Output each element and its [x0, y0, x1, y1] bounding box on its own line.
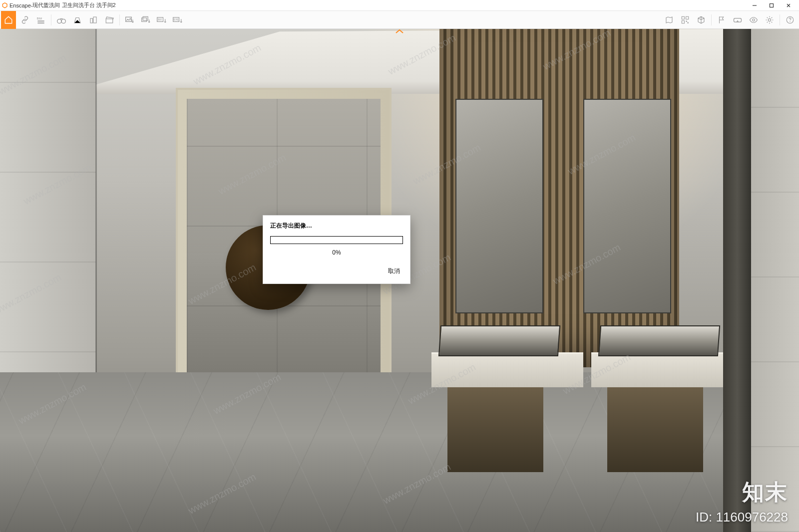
- svg-text:BIM: BIM: [37, 17, 42, 20]
- svg-rect-5: [93, 17, 96, 23]
- toolbar-cube-button[interactable]: [694, 12, 709, 27]
- toolbar-binoculars-button[interactable]: [54, 12, 69, 27]
- toolbar-separator: [119, 14, 120, 25]
- toolbar-help-button[interactable]: [783, 12, 798, 27]
- toolbar-assets-button[interactable]: [86, 12, 101, 27]
- toolbar-video-button[interactable]: [102, 12, 117, 27]
- svg-rect-18: [688, 22, 689, 23]
- toolbar-separator: [51, 14, 51, 25]
- svg-rect-9: [143, 16, 148, 20]
- map-icon: [665, 15, 674, 24]
- svg-point-2: [57, 19, 61, 23]
- export-exe-icon: EXE: [172, 15, 183, 24]
- toolbar-home-button[interactable]: [1, 11, 16, 29]
- expand-toolbar-icon[interactable]: [395, 29, 404, 34]
- app-name: Enscape: [9, 2, 31, 8]
- cancel-button[interactable]: 取消: [385, 265, 403, 277]
- maximize-icon: [769, 3, 774, 8]
- svg-rect-19: [734, 18, 742, 22]
- scene-wash-basin: [438, 325, 560, 356]
- scene-wash-basin: [598, 325, 720, 356]
- toolbar-views-button[interactable]: [714, 12, 729, 27]
- export-image-icon: [125, 15, 135, 24]
- toolbar-separator: [780, 14, 780, 25]
- svg-rect-17: [686, 20, 687, 21]
- svg-rect-16: [682, 20, 684, 23]
- dialog-percent-text: 0%: [263, 244, 410, 261]
- watermark-id: ID: 1160976228: [696, 510, 788, 525]
- scene-mirror: [455, 99, 543, 313]
- qr-icon: [681, 15, 690, 24]
- binoculars-icon: [56, 15, 66, 24]
- watermark-brand: 知末: [742, 478, 788, 507]
- dialog-progress-bar: [270, 236, 403, 244]
- scene-ceiling: [0, 29, 799, 94]
- toolbar-settings-button[interactable]: [762, 12, 777, 27]
- scene-wall-right: [751, 29, 799, 532]
- svg-point-21: [768, 18, 771, 21]
- clapper-icon: [105, 15, 114, 24]
- scene-countertop: [591, 352, 727, 387]
- cube-icon: [697, 15, 706, 24]
- svg-point-3: [61, 19, 65, 23]
- buildings-icon: [89, 15, 98, 24]
- toolbar-perspective-button[interactable]: [70, 12, 85, 27]
- app-logo-icon: ⬡: [2, 2, 7, 8]
- dialog-actions: 取消: [263, 261, 410, 283]
- svg-point-23: [790, 21, 791, 22]
- toolbar-bim-button[interactable]: BIM: [33, 12, 48, 27]
- export-pano-icon: 360: [156, 15, 167, 24]
- svg-rect-14: [682, 16, 684, 19]
- main-toolbar: BIM 360 EXE: [0, 11, 799, 29]
- scene-countertop: [431, 352, 583, 387]
- svg-point-20: [753, 18, 755, 21]
- scene-vanity-base: [607, 382, 703, 472]
- eye-icon: [749, 15, 758, 24]
- document-title: 现代盥洗间 卫生间洗手台 洗手间2: [32, 1, 115, 9]
- export-progress-dialog: 正在导出图像… 0% 取消: [263, 215, 410, 284]
- scene-column: [723, 29, 751, 532]
- window-minimize-button[interactable]: [746, 0, 763, 11]
- close-icon: [786, 3, 791, 8]
- toolbar-visual-settings-button[interactable]: [746, 12, 761, 27]
- scene-vanity-base: [447, 382, 543, 472]
- toolbar-vr-button[interactable]: [730, 12, 745, 27]
- home-icon: [4, 15, 13, 24]
- title-bar: ⬡ Enscape - 现代盥洗间 卫生间洗手台 洗手间2: [0, 0, 799, 11]
- minimize-icon: [752, 3, 757, 8]
- vr-headset-icon: [733, 15, 743, 24]
- toolbar-separator: [711, 14, 712, 25]
- help-icon: [786, 15, 795, 24]
- export-batch-icon: [141, 15, 151, 24]
- bim-info-icon: BIM: [36, 15, 46, 24]
- svg-text:EXE: EXE: [174, 17, 179, 20]
- flag-icon: [717, 15, 726, 24]
- gear-icon: [765, 15, 774, 24]
- perspective-icon: [73, 15, 82, 24]
- scene-mirror: [583, 99, 671, 313]
- window-maximize-button[interactable]: [763, 0, 780, 11]
- render-viewport[interactable]: www.znzmo.com www.znzmo.com www.znzmo.co…: [0, 29, 799, 532]
- svg-rect-15: [686, 16, 689, 19]
- link-icon: [20, 15, 29, 24]
- svg-rect-8: [142, 17, 147, 21]
- svg-text:360: 360: [158, 17, 162, 20]
- toolbar-qr-button[interactable]: [678, 12, 693, 27]
- svg-rect-4: [90, 18, 93, 23]
- window-close-button[interactable]: [780, 0, 797, 11]
- toolbar-export-image-button[interactable]: [122, 12, 137, 27]
- toolbar-map-button[interactable]: [662, 12, 677, 27]
- toolbar-export-pano-button[interactable]: 360: [154, 12, 169, 27]
- toolbar-export-batch-button[interactable]: [138, 12, 153, 27]
- svg-rect-6: [106, 18, 113, 22]
- svg-rect-0: [770, 3, 774, 7]
- dialog-title: 正在导出图像…: [263, 216, 410, 234]
- toolbar-export-exe-button[interactable]: EXE: [170, 12, 185, 27]
- toolbar-link-button[interactable]: [17, 12, 32, 27]
